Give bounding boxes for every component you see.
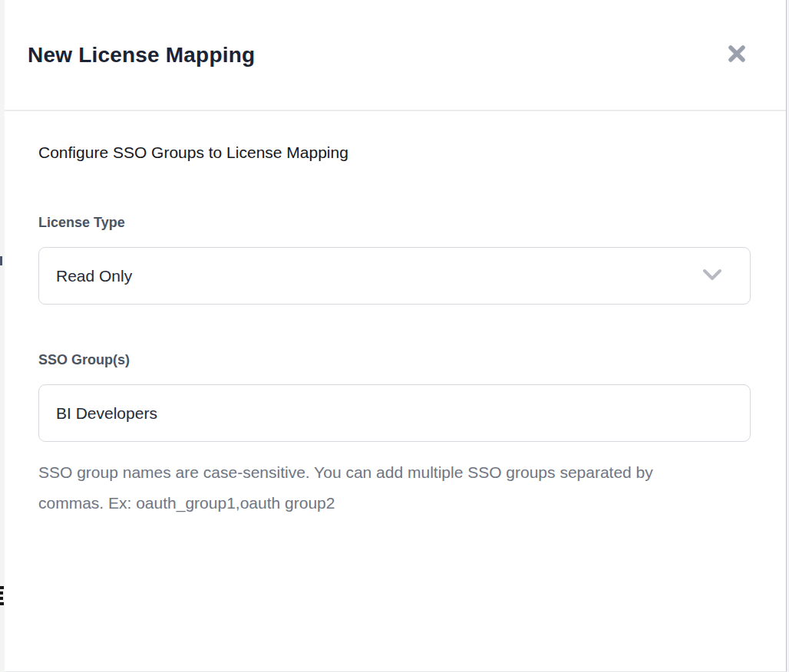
dialog-header: New License Mapping xyxy=(5,0,786,111)
license-type-label: License Type xyxy=(38,215,751,231)
sso-groups-field-wrapper xyxy=(38,384,751,442)
background-fragment xyxy=(0,597,3,600)
new-license-mapping-dialog: New License Mapping Configure SSO Groups… xyxy=(5,0,787,672)
close-icon xyxy=(725,42,748,68)
dialog-description: Configure SSO Groups to License Mapping xyxy=(38,143,751,162)
license-type-selected-value: Read Only xyxy=(56,267,132,285)
background-fragment xyxy=(0,586,4,589)
license-type-select[interactable]: Read Only xyxy=(38,247,751,305)
dialog-body: Configure SSO Groups to License Mapping … xyxy=(5,143,786,519)
background-fragment xyxy=(0,256,2,265)
dialog-title: New License Mapping xyxy=(28,43,255,68)
sso-groups-label: SSO Group(s) xyxy=(38,352,751,368)
close-button[interactable] xyxy=(721,40,752,71)
background-fragment xyxy=(0,591,3,595)
chevron-down-icon xyxy=(702,267,722,285)
background-fragment xyxy=(0,602,4,605)
sso-groups-input[interactable] xyxy=(56,385,731,441)
sso-groups-helper-text: SSO group names are case-sensitive. You … xyxy=(38,457,679,519)
